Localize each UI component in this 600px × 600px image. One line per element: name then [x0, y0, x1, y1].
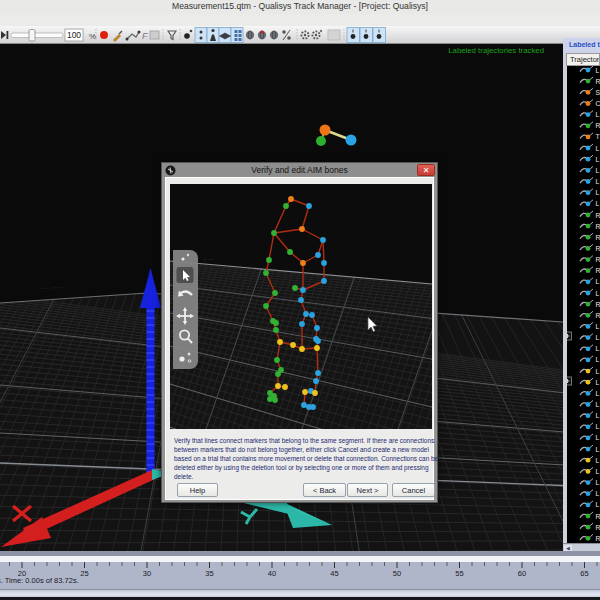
svg-text:R: R — [596, 245, 600, 252]
svg-text:35: 35 — [205, 569, 213, 578]
svg-text:L: L — [596, 156, 600, 163]
svg-text:L: L — [596, 345, 600, 352]
svg-text:L: L — [596, 368, 600, 375]
svg-text:L: L — [596, 67, 600, 74]
svg-text:L: L — [596, 167, 600, 174]
svg-text:%: % — [89, 32, 96, 41]
svg-text:65: 65 — [580, 569, 588, 578]
svg-text:R: R — [596, 312, 600, 319]
svg-text:L: L — [596, 401, 600, 408]
svg-text:L: L — [596, 390, 600, 397]
svg-text:.... , ....... ..: .... , ....... .. — [40, 282, 64, 290]
svg-text:R: R — [596, 212, 600, 219]
svg-text:L: L — [596, 479, 600, 486]
svg-text:L: L — [596, 434, 600, 441]
svg-text:L: L — [596, 334, 600, 341]
svg-text:Labeled trajectories tracked: Labeled trajectories tracked — [448, 46, 544, 55]
svg-text:L: L — [596, 423, 600, 430]
svg-text:R: R — [596, 535, 600, 542]
svg-text:L: L — [596, 457, 600, 464]
svg-text:R: R — [596, 256, 600, 263]
svg-text:L: L — [596, 290, 600, 297]
svg-text:R: R — [596, 301, 600, 308]
svg-text:L: L — [596, 379, 600, 386]
svg-text:50: 50 — [393, 569, 401, 578]
svg-text:L: L — [596, 278, 600, 285]
svg-text:R: R — [596, 122, 600, 129]
svg-text:F: F — [142, 31, 148, 41]
svg-text:S: S — [596, 89, 600, 96]
svg-text:100: 100 — [67, 30, 81, 40]
svg-text:... .....: ... ..... — [203, 256, 214, 261]
svg-text:R: R — [596, 524, 600, 531]
svg-text:L: L — [596, 178, 600, 185]
svg-text:R: R — [596, 223, 600, 230]
svg-text:R: R — [596, 267, 600, 274]
svg-text:45: 45 — [330, 569, 338, 578]
svg-text:C: C — [596, 100, 600, 107]
svg-text:L: L — [596, 145, 600, 152]
svg-text:L: L — [596, 468, 600, 475]
svg-text:R: R — [596, 234, 600, 241]
svg-text:R: R — [596, 513, 600, 520]
svg-text:55: 55 — [455, 569, 463, 578]
svg-text:25: 25 — [80, 569, 88, 578]
svg-text:L: L — [596, 490, 600, 497]
svg-text:L: L — [596, 356, 600, 363]
svg-text:L: L — [596, 501, 600, 508]
svg-text:L: L — [596, 200, 600, 207]
svg-text:L: L — [596, 323, 600, 330]
svg-text:L: L — [596, 111, 600, 118]
svg-text:30: 30 — [143, 569, 151, 578]
svg-text:40: 40 — [268, 569, 276, 578]
svg-text:T: T — [596, 133, 600, 140]
svg-text:60: 60 — [518, 569, 526, 578]
svg-text:L: L — [596, 412, 600, 419]
svg-text:L: L — [596, 446, 600, 453]
svg-text:L: L — [596, 189, 600, 196]
svg-text:R: R — [596, 78, 600, 85]
